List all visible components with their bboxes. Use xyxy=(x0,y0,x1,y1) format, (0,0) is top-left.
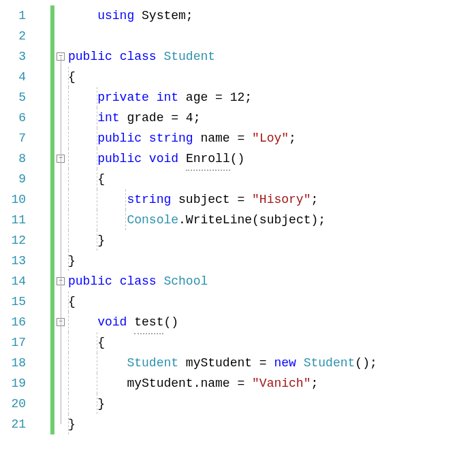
line-number: 20 xyxy=(0,394,26,414)
line-number-gutter: 123456789101112131415161718192021 xyxy=(0,5,35,434)
code-line[interactable]: Console.WriteLine(subject); xyxy=(68,210,476,230)
line-number: 17 xyxy=(0,332,26,353)
line-number: 14 xyxy=(0,271,26,291)
line-number: 5 xyxy=(0,87,26,108)
code-line[interactable]: private int age = 12; xyxy=(68,87,476,108)
code-line[interactable]: } xyxy=(68,251,476,271)
code-line[interactable]: public class Student xyxy=(68,46,476,67)
line-number: 10 xyxy=(0,189,26,210)
code-line[interactable]: public void Enroll() xyxy=(68,148,476,169)
outline-fold-margin xyxy=(54,5,68,434)
code-line[interactable]: myStudent.name = "Vanich"; xyxy=(68,373,476,394)
line-number: 2 xyxy=(0,26,26,46)
line-number: 3 xyxy=(0,46,26,67)
line-number: 6 xyxy=(0,108,26,128)
code-line[interactable]: public class School xyxy=(68,271,476,291)
code-line[interactable] xyxy=(68,26,476,46)
line-number: 18 xyxy=(0,353,26,373)
line-number: 1 xyxy=(0,5,26,26)
code-line[interactable]: } xyxy=(68,230,476,251)
line-number: 19 xyxy=(0,373,26,394)
code-line[interactable]: public string name = "Loy"; xyxy=(68,128,476,148)
line-number: 9 xyxy=(0,169,26,189)
line-number: 12 xyxy=(0,230,26,251)
code-line[interactable]: { xyxy=(68,291,476,312)
line-number: 16 xyxy=(0,312,26,332)
code-area[interactable]: using System; public class Student { pri… xyxy=(68,5,476,434)
code-line[interactable]: { xyxy=(68,67,476,87)
marker-margin xyxy=(35,5,50,434)
code-line[interactable]: int grade = 4; xyxy=(68,108,476,128)
code-line[interactable]: { xyxy=(68,169,476,189)
line-number: 11 xyxy=(0,210,26,230)
code-line[interactable]: } xyxy=(68,394,476,414)
line-number: 13 xyxy=(0,251,26,271)
line-number: 4 xyxy=(0,67,26,87)
code-line[interactable]: string subject = "Hisory"; xyxy=(68,189,476,210)
code-line[interactable]: using System; xyxy=(68,5,476,26)
code-line[interactable]: } xyxy=(68,414,476,434)
line-number: 15 xyxy=(0,291,26,312)
line-number: 7 xyxy=(0,128,26,148)
code-editor: 123456789101112131415161718192021 using … xyxy=(0,5,476,434)
line-number: 21 xyxy=(0,414,26,434)
code-line[interactable]: { xyxy=(68,332,476,353)
code-line[interactable]: Student myStudent = new Student(); xyxy=(68,353,476,373)
line-number: 8 xyxy=(0,148,26,169)
code-line[interactable]: void test() xyxy=(68,312,476,332)
